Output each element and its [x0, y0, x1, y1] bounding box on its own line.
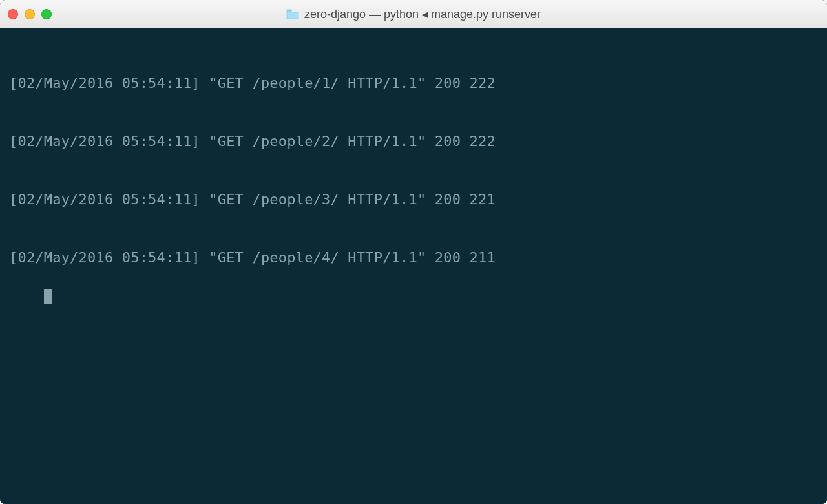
terminal-window: zero-django — python ◂ manage.py runserv…: [0, 0, 827, 504]
window-title-text: zero-django — python ◂ manage.py runserv…: [304, 7, 541, 21]
log-line: [02/May/2016 05:54:11] "GET /people/4/ H…: [9, 248, 818, 268]
minimize-icon[interactable]: [25, 9, 35, 19]
log-line: [02/May/2016 05:54:11] "GET /people/2/ H…: [9, 132, 818, 151]
fullscreen-icon[interactable]: [41, 9, 52, 19]
close-icon[interactable]: [8, 9, 18, 19]
folder-icon: [286, 9, 299, 19]
window-controls: [8, 9, 52, 19]
window-title: zero-django — python ◂ manage.py runserv…: [0, 7, 827, 21]
log-line: [02/May/2016 05:54:11] "GET /people/3/ H…: [9, 190, 818, 209]
titlebar[interactable]: zero-django — python ◂ manage.py runserv…: [0, 0, 827, 28]
terminal-output[interactable]: [02/May/2016 05:54:11] "GET /people/1/ H…: [0, 28, 827, 504]
cursor: [44, 289, 52, 304]
log-line: [02/May/2016 05:54:11] "GET /people/1/ H…: [9, 74, 818, 93]
